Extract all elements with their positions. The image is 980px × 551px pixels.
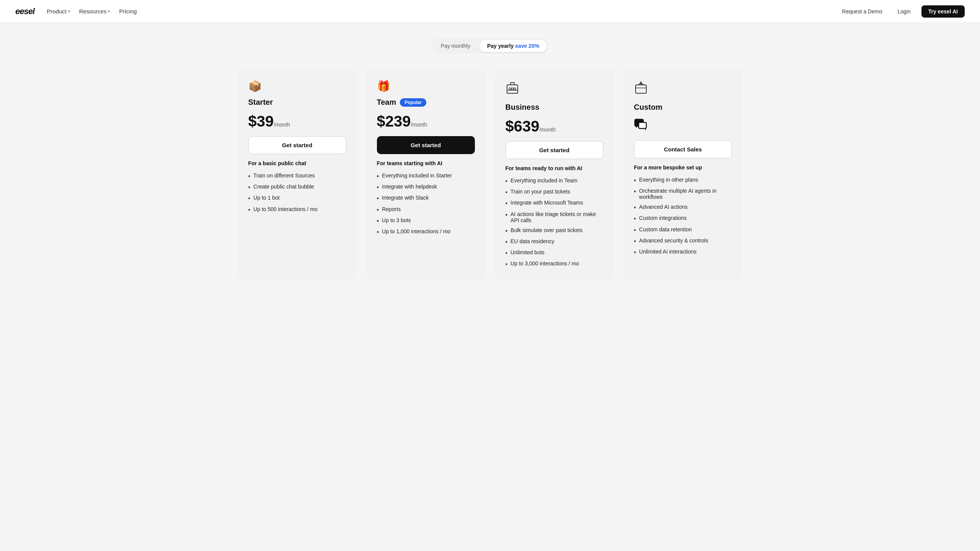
business-icon [505, 81, 603, 97]
billing-toggle: Pay monthly Pay yearly save 20% [238, 38, 743, 54]
list-item: Up to 1,000 interactions / mo [377, 228, 475, 236]
custom-name: Custom [634, 103, 662, 112]
plan-custom: Custom Contact Sales For a more bespoke … [623, 69, 743, 280]
chat-icon [634, 118, 732, 134]
list-item: Bulk simulate over past tickets [505, 227, 603, 234]
custom-subtitle: For a more bespoke set up [634, 164, 732, 171]
svg-rect-0 [507, 85, 518, 93]
business-header: Business [505, 103, 603, 112]
header: eesel Product ▾ Resources ▾ Pricing Requ… [0, 0, 980, 23]
list-item: Up to 3,000 interactions / mo [505, 260, 603, 268]
nav-pricing[interactable]: Pricing [119, 7, 137, 16]
business-subtitle: For teams ready to run with AI [505, 165, 603, 171]
main-content: Pay monthly Pay yearly save 20% 📦 Starte… [222, 23, 758, 303]
starter-subtitle: For a basic public chat [248, 160, 346, 166]
monthly-toggle[interactable]: Pay monthly [433, 40, 478, 52]
list-item: Up to 1 bot [248, 195, 346, 202]
yearly-toggle[interactable]: Pay yearly save 20% [479, 40, 547, 52]
list-item: EU data residency [505, 238, 603, 245]
starter-header: Starter [248, 98, 346, 107]
list-item: Integrate with helpdesk [377, 184, 475, 191]
svg-rect-3 [514, 88, 516, 90]
nav-resources[interactable]: Resources ▾ [79, 7, 110, 16]
team-price: $239/month [377, 113, 475, 130]
main-nav: Product ▾ Resources ▾ Pricing [47, 7, 137, 16]
plan-team: 🎁 Team Popular $239/month Get started Fo… [366, 69, 486, 280]
team-period: /month [411, 122, 427, 128]
toggle-container: Pay monthly Pay yearly save 20% [432, 38, 548, 54]
list-item: Unlimited AI interactions [634, 249, 732, 256]
team-header: Team Popular [377, 98, 475, 107]
list-item: Train on different Sources [248, 172, 346, 180]
team-cta[interactable]: Get started [377, 136, 475, 154]
svg-rect-4 [511, 88, 513, 90]
logo[interactable]: eesel [15, 7, 34, 16]
list-item: Everything included in Starter [377, 172, 475, 180]
custom-icon [634, 81, 732, 97]
business-amount: $639 [505, 118, 540, 135]
list-item: Unlimited bots [505, 249, 603, 257]
svg-rect-1 [510, 83, 514, 85]
header-left: eesel Product ▾ Resources ▾ Pricing [15, 7, 137, 16]
popular-badge: Popular [400, 98, 426, 107]
header-right: Request a Demo Login Try eesel AI [837, 5, 965, 18]
svg-rect-2 [509, 88, 511, 90]
team-subtitle: For teams starting with AI [377, 160, 475, 166]
list-item: Reports [377, 206, 475, 213]
svg-rect-11 [639, 122, 646, 128]
list-item: AI actions like triage tickets or make A… [505, 211, 603, 223]
plan-business: Business $639/month Get started For team… [495, 69, 614, 280]
starter-icon: 📦 [248, 81, 346, 92]
list-item: Advanced security & controls [634, 237, 732, 245]
team-features: Everything included in Starter Integrate… [377, 172, 475, 236]
list-item: Integrate with Microsoft Teams [505, 200, 603, 207]
try-eesel-button[interactable]: Try eesel AI [921, 5, 965, 18]
business-features: Everything included in Team Train on you… [505, 177, 603, 268]
plans-grid: 📦 Starter $39/month Get started For a ba… [238, 69, 743, 280]
list-item: Advanced AI actions [634, 204, 732, 211]
team-name: Team [377, 98, 396, 107]
request-demo-button[interactable]: Request a Demo [837, 6, 887, 17]
starter-price: $39/month [248, 113, 346, 130]
save-badge: save 20% [515, 43, 539, 49]
business-period: /month [539, 127, 556, 133]
list-item: Up to 3 bots [377, 217, 475, 224]
nav-product[interactable]: Product ▾ [47, 7, 70, 16]
starter-name: Starter [248, 98, 273, 107]
chevron-down-icon: ▾ [68, 9, 70, 13]
list-item: Custom integrations [634, 215, 732, 222]
starter-cta[interactable]: Get started [248, 136, 346, 154]
list-item: Train on your past tickets [505, 189, 603, 196]
list-item: Integrate with Slack [377, 195, 475, 202]
login-button[interactable]: Login [893, 6, 915, 17]
team-icon: 🎁 [377, 81, 475, 92]
starter-features: Train on different Sources Create public… [248, 172, 346, 213]
chevron-down-icon: ▾ [108, 9, 110, 13]
starter-period: /month [274, 122, 290, 128]
list-item: Create public chat bubble [248, 184, 346, 191]
custom-cta[interactable]: Contact Sales [634, 140, 732, 158]
starter-amount: $39 [248, 113, 274, 130]
list-item: Up to 500 interactions / mo [248, 206, 346, 213]
business-cta[interactable]: Get started [505, 141, 603, 159]
team-amount: $239 [377, 113, 411, 130]
list-item: Everything included in Team [505, 177, 603, 185]
list-item: Custom data retention [634, 226, 732, 234]
list-item: Orchestrate multiple AI agents in workfl… [634, 188, 732, 200]
svg-rect-6 [636, 85, 646, 93]
business-price: $639/month [505, 118, 603, 135]
custom-features: Everything in other plans Orchestrate mu… [634, 177, 732, 256]
custom-header: Custom [634, 103, 732, 112]
plan-starter: 📦 Starter $39/month Get started For a ba… [238, 69, 357, 280]
list-item: Everything in other plans [634, 177, 732, 184]
business-name: Business [505, 103, 540, 112]
